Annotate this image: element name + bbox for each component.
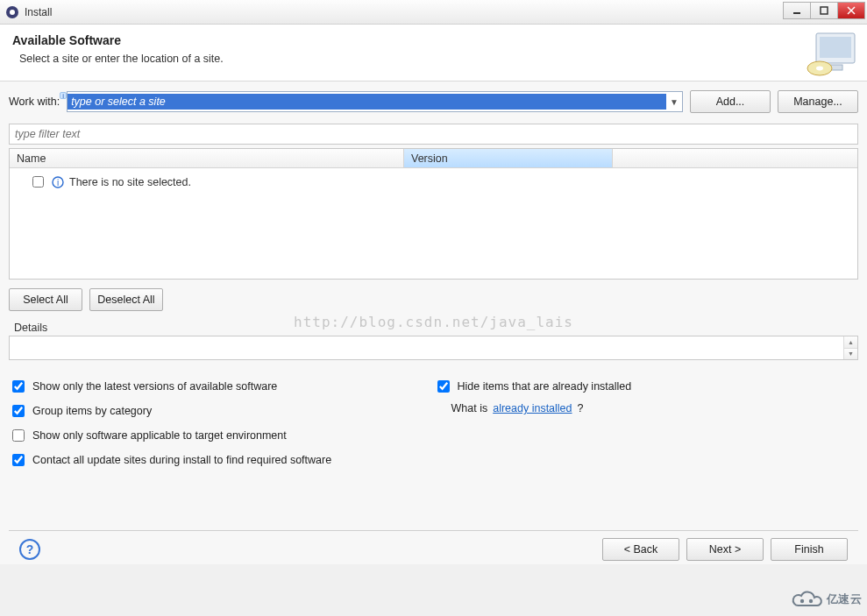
workwith-input[interactable]	[68, 94, 666, 110]
opt-hide-checkbox[interactable]	[437, 380, 450, 393]
svg-point-14	[808, 599, 812, 603]
options-grid: Show only the latest versions of availab…	[9, 378, 858, 469]
column-version[interactable]: Version	[404, 149, 613, 167]
spinner-up-icon[interactable]: ▲	[844, 336, 857, 348]
selection-row: Select All Deselect All	[9, 288, 858, 311]
workwith-label: Work with: i	[9, 96, 60, 108]
filter-row	[9, 124, 858, 145]
svg-point-13	[799, 599, 803, 603]
page-title: Available Software	[12, 33, 855, 47]
opt-latest[interactable]: Show only the latest versions of availab…	[9, 378, 434, 395]
add-button[interactable]: Add...	[690, 90, 771, 113]
window-title: Install	[25, 6, 52, 18]
manage-button[interactable]: Manage...	[778, 90, 858, 113]
install-wizard-icon	[806, 30, 860, 79]
select-all-button[interactable]: Select All	[9, 288, 82, 311]
watermark-text: http://blog.csdn.net/java_lais	[294, 314, 573, 330]
opt-hide[interactable]: Hide items that are already installed	[434, 378, 859, 395]
help-button[interactable]: ?	[19, 539, 40, 560]
options-left: Show only the latest versions of availab…	[9, 378, 434, 469]
software-table: Name Version i There is no site selected…	[9, 148, 858, 280]
details-box: ▲ ▼	[9, 336, 858, 360]
svg-rect-3	[821, 7, 828, 14]
dialog-footer: ? < Back Next > Finish	[9, 531, 858, 564]
titlebar: Install	[0, 0, 867, 25]
details-spinner[interactable]: ▲ ▼	[843, 336, 857, 359]
table-header: Name Version	[10, 149, 857, 168]
info-icon: i	[52, 176, 64, 188]
opt-group-checkbox[interactable]	[12, 405, 25, 417]
cloud-logo: 亿速云	[788, 588, 863, 611]
dialog-header: Available Software Select a site or ente…	[0, 25, 867, 81]
column-name[interactable]: Name	[10, 149, 404, 167]
cloud-icon	[788, 588, 825, 611]
table-row: i There is no site selected.	[17, 173, 850, 190]
opt-latest-checkbox[interactable]	[12, 380, 25, 393]
page-subtitle: Select a site or enter the location of a…	[19, 53, 855, 65]
opt-applicable-checkbox[interactable]	[12, 429, 25, 442]
next-button[interactable]: Next >	[686, 538, 764, 561]
filter-input[interactable]	[9, 124, 858, 145]
info-badge-icon: i	[60, 92, 67, 99]
close-button[interactable]	[837, 2, 865, 19]
opt-group[interactable]: Group items by category	[9, 402, 434, 420]
table-body: i There is no site selected.	[10, 168, 857, 279]
opt-applicable[interactable]: Show only software applicable to target …	[9, 427, 434, 444]
maximize-button[interactable]	[810, 2, 838, 19]
svg-rect-7	[820, 37, 851, 58]
column-spacer	[613, 149, 857, 167]
opt-contact[interactable]: Contact all update sites during install …	[9, 451, 434, 469]
minimize-button[interactable]	[783, 2, 811, 19]
svg-point-1	[10, 10, 15, 15]
opt-contact-checkbox[interactable]	[12, 454, 25, 466]
options-right: Hide items that are already installed Wh…	[434, 378, 859, 469]
back-button[interactable]: < Back	[602, 538, 679, 561]
already-installed-text: What is already installed?	[451, 402, 859, 414]
svg-text:i: i	[57, 178, 59, 188]
svg-point-10	[816, 67, 823, 71]
finish-button[interactable]: Finish	[771, 538, 848, 561]
deselect-all-button[interactable]: Deselect All	[89, 288, 163, 311]
spinner-down-icon[interactable]: ▼	[844, 348, 857, 360]
dropdown-caret-icon[interactable]: ▼	[666, 97, 682, 107]
app-icon	[5, 5, 19, 19]
row-checkbox[interactable]	[32, 176, 44, 188]
workwith-combo[interactable]: ▼	[67, 91, 683, 112]
already-installed-link[interactable]: already installed	[493, 402, 572, 414]
empty-message: There is no site selected.	[69, 176, 191, 188]
cloud-label: 亿速云	[827, 591, 863, 607]
workwith-row: Work with: i ▼ Add... Manage...	[9, 90, 858, 113]
